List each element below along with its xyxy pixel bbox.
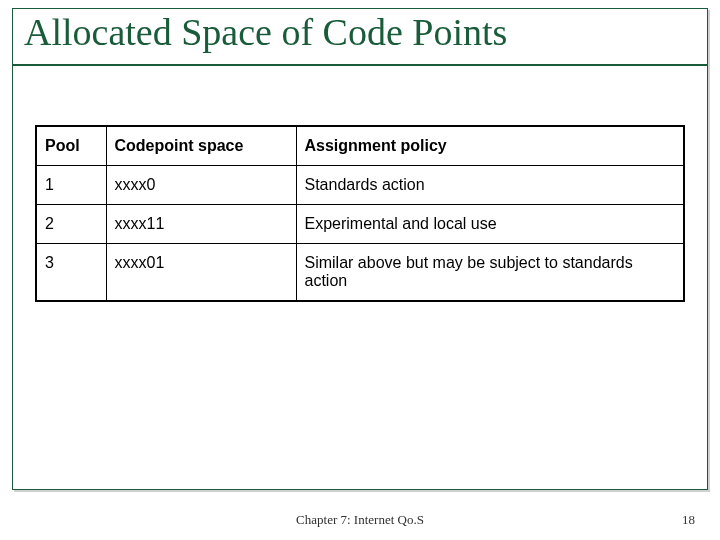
header-assignment: Assignment policy: [296, 126, 684, 166]
cell-codepoint: xxxx01: [106, 244, 296, 302]
header-codepoint: Codepoint space: [106, 126, 296, 166]
table-row: 2 xxxx11 Experimental and local use: [36, 205, 684, 244]
codepoint-table: Pool Codepoint space Assignment policy 1…: [35, 125, 685, 302]
table-row: 3 xxxx01 Similar above but may be subjec…: [36, 244, 684, 302]
cell-assignment: Experimental and local use: [296, 205, 684, 244]
page-number: 18: [682, 512, 695, 528]
cell-pool: 1: [36, 166, 106, 205]
cell-codepoint: xxxx11: [106, 205, 296, 244]
cell-pool: 2: [36, 205, 106, 244]
cell-assignment: Standards action: [296, 166, 684, 205]
codepoint-table-container: Pool Codepoint space Assignment policy 1…: [35, 125, 685, 302]
cell-assignment: Similar above but may be subject to stan…: [296, 244, 684, 302]
footer-chapter: Chapter 7: Internet Qo.S: [0, 512, 720, 528]
cell-pool: 3: [36, 244, 106, 302]
title-underline: [12, 64, 708, 66]
table-row: 1 xxxx0 Standards action: [36, 166, 684, 205]
slide-title: Allocated Space of Code Points: [24, 10, 507, 54]
header-pool: Pool: [36, 126, 106, 166]
cell-codepoint: xxxx0: [106, 166, 296, 205]
table-header-row: Pool Codepoint space Assignment policy: [36, 126, 684, 166]
